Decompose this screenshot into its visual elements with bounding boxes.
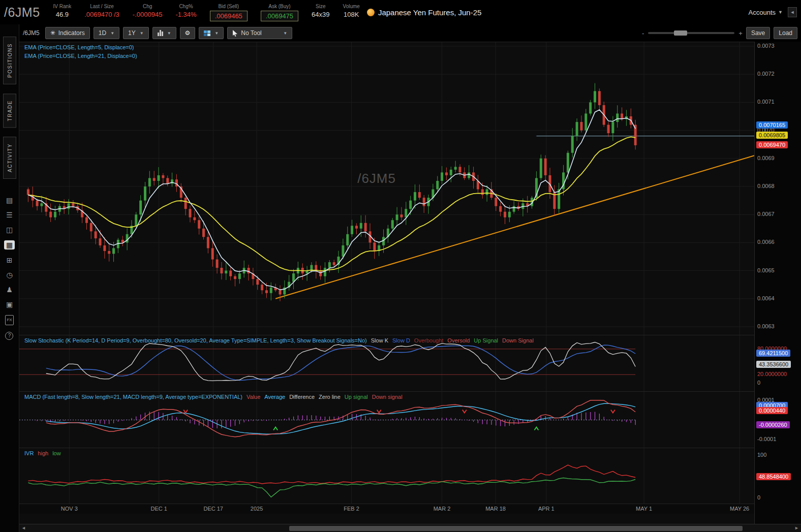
document-icon[interactable]: ▤ <box>6 196 13 204</box>
legend-item: low <box>52 450 61 456</box>
chart-settings-button[interactable]: ⚙ <box>180 27 196 39</box>
legend-item: Value <box>247 394 260 400</box>
chevron-down-icon: ▼ <box>110 31 114 36</box>
sidebar-tab-trade[interactable]: TRADE <box>3 93 16 128</box>
chevron-down-icon: ▼ <box>167 31 171 36</box>
header-field: Size64x39 <box>312 4 329 18</box>
cursor-icon <box>232 30 238 37</box>
trading-app: /6JM5 IV Rank46.9Last / Size.0069470 /3C… <box>0 0 801 532</box>
price-axis-tick: 0.0066 <box>757 239 775 245</box>
toolbar-symbol-label: /6JM5 <box>23 29 40 37</box>
sidebar-tab-positions[interactable]: POSITIONS <box>3 37 16 84</box>
macd-panel[interactable]: MACD (Fast length=8, Slow length=21, MAC… <box>19 391 754 448</box>
save-button[interactable]: Save <box>746 27 770 39</box>
fx-icon[interactable]: FX <box>5 315 13 325</box>
clock-icon[interactable]: ◷ <box>6 271 12 279</box>
grid-layout-dropdown[interactable]: ▼ <box>199 27 224 39</box>
field-value: 108K <box>344 11 359 18</box>
legend-item: EMA (Price=CLOSE, Length=21, Displace=0) <box>24 53 137 59</box>
main-price-panel[interactable]: EMA (Price=CLOSE, Length=5, Displace=0)E… <box>19 42 754 335</box>
chart-panels: EMA (Price=CLOSE, Length=5, Displace=0)E… <box>19 42 754 524</box>
symbol-title: /6JM5 <box>4 5 40 20</box>
ivr-canvas[interactable] <box>19 448 754 504</box>
apps-grid-icon[interactable]: ⊞ <box>7 256 13 264</box>
chart-watermark: /6JM5 <box>357 171 396 186</box>
load-button[interactable]: Load <box>774 27 797 39</box>
field-label: Chg <box>143 4 152 10</box>
price-axis[interactable]: 0.00730.00720.00710.00700.00690.00680.00… <box>754 42 801 524</box>
main-chart-canvas[interactable] <box>19 42 754 335</box>
sidebar-icons: ▤☰◫▦⊞◷♟▣FX? <box>4 196 15 340</box>
price-axis-tick: 0.0073 <box>757 43 775 49</box>
scroll-right-arrow[interactable]: ► <box>794 525 799 530</box>
archive-icon[interactable]: ▣ <box>6 300 13 308</box>
grid-layout-icon <box>204 30 210 36</box>
zoom-slider[interactable] <box>648 32 734 34</box>
time-axis: NOV 3DEC 1DEC 172025FEB 2MAR 2MAR 18APR … <box>19 504 754 514</box>
legend-item: EMA (Price=CLOSE, Length=5, Displace=0) <box>24 44 137 50</box>
aggregation-dropdown[interactable]: 1D ▼ <box>94 27 119 39</box>
accounts-menu[interactable]: Accounts ▼ <box>749 9 783 16</box>
product: Japanese Yen Futures, Jun-25 <box>367 8 481 17</box>
sidebar-tabs: POSITIONSTRADEACTIVITY <box>3 37 16 188</box>
chevron-down-icon: ▼ <box>283 31 287 36</box>
macd-canvas[interactable] <box>19 392 754 448</box>
field-label: IV Rank <box>53 4 72 10</box>
scroll-left-arrow[interactable]: ◄ <box>21 525 26 530</box>
scrollbar-thumb[interactable] <box>289 526 743 531</box>
field-label: Size <box>316 4 325 10</box>
header-field: Last / Size.0069470 /3 <box>84 4 119 18</box>
ivr-panel[interactable]: IVRhighlow <box>19 448 754 504</box>
aggregation-value: 1D <box>99 29 106 37</box>
legend-item: Up Signal <box>474 337 498 343</box>
chevron-down-icon: ▼ <box>778 10 783 15</box>
chart-toolbar: /6JM5 ✳ Indicators 1D ▼ 1Y ▼ ▼ <box>19 24 801 42</box>
stochastic-canvas[interactable] <box>19 335 754 391</box>
price-axis-tick: 0.0065 <box>757 267 775 273</box>
field-value[interactable]: .0069475 <box>261 11 298 21</box>
time-axis-label: MAR 18 <box>485 506 506 512</box>
chart-icon[interactable]: ▦ <box>4 240 15 249</box>
stochastic-panel[interactable]: Slow Stochastic (K Period=14, D Period=9… <box>19 335 754 391</box>
chevron-down-icon: ▼ <box>140 31 144 36</box>
indicators-label: Indicators <box>58 29 85 37</box>
gear-icon: ⚙ <box>185 29 191 37</box>
field-label: Ask (Buy) <box>268 4 290 10</box>
header-field: IV Rank46.9 <box>53 4 72 18</box>
range-value: 1Y <box>128 29 136 37</box>
main-chart-legend: EMA (Price=CLOSE, Length=5, Displace=0)E… <box>24 44 137 61</box>
indicators-button[interactable]: ✳ Indicators <box>45 27 90 39</box>
zoom-out-button[interactable]: - <box>642 29 644 37</box>
price-bubble: 0.0069470 <box>756 141 788 148</box>
field-label: Volume <box>343 4 360 10</box>
legend-item: Up signal <box>345 394 368 400</box>
macd-axis-bubble: -0.0000260 <box>756 421 790 428</box>
futures-product-icon <box>367 9 375 16</box>
stoch-axis-label: 20.0000000 <box>757 371 787 377</box>
zoom-control: - + <box>642 29 743 37</box>
range-dropdown[interactable]: 1Y ▼ <box>123 27 149 39</box>
legend-item: Difference <box>289 394 315 400</box>
drawing-tool-dropdown[interactable]: No Tool ▼ <box>227 27 292 39</box>
field-value[interactable]: .0069465 <box>210 11 248 21</box>
list-icon[interactable]: ☰ <box>6 211 13 219</box>
header: /6JM5 IV Rank46.9Last / Size.0069470 /3C… <box>0 0 801 24</box>
watchlist-icon[interactable]: ◫ <box>6 226 13 234</box>
zoom-in-button[interactable]: + <box>738 29 743 37</box>
time-axis-label: DEC 17 <box>203 506 223 512</box>
stoch-axis-label: 0 <box>757 380 760 386</box>
sidebar-tab-activity[interactable]: ACTIVITY <box>3 137 16 179</box>
header-fields: IV Rank46.9Last / Size.0069470 /3Chg-.00… <box>53 4 360 21</box>
help-icon[interactable]: ? <box>5 332 13 340</box>
header-field: Chg%-1.34% <box>175 4 196 18</box>
header-right: Accounts ▼ ◄ <box>749 7 797 17</box>
legend-item: IVR <box>24 450 34 456</box>
horizontal-scrollbar[interactable]: ◄ ► <box>19 524 801 532</box>
people-icon[interactable]: ♟ <box>6 286 13 294</box>
chart-style-dropdown[interactable]: ▼ <box>152 27 176 39</box>
legend-item: Slow D <box>392 337 410 343</box>
price-axis-tick: 0.0071 <box>757 99 775 105</box>
collapse-panel-button[interactable]: ◄ <box>788 7 797 17</box>
zoom-slider-thumb[interactable] <box>674 30 687 36</box>
legend-item: Down signal <box>372 394 403 400</box>
